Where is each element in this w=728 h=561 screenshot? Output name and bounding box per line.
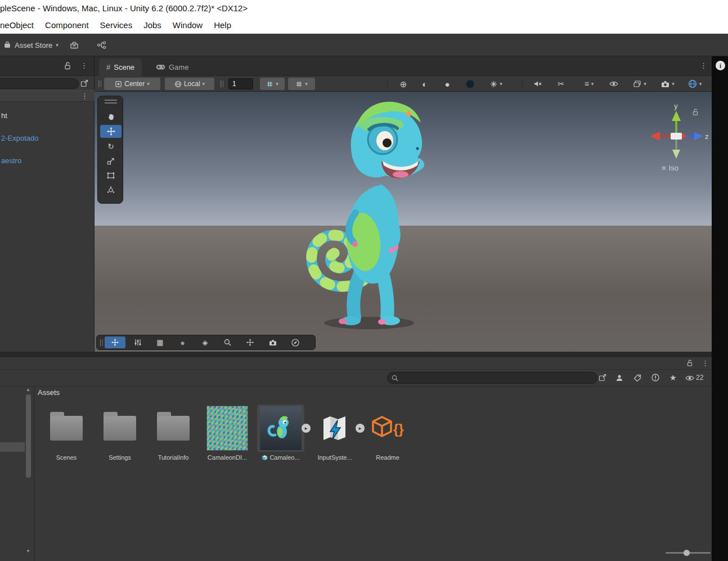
hand-tool-button[interactable] — [100, 110, 122, 123]
model-thumbnail — [260, 406, 302, 450]
orientation-label: Local — [184, 80, 200, 88]
shaded-mode-toggle[interactable]: ◐ — [416, 78, 433, 90]
rotate-icon: ↻ — [107, 142, 114, 151]
audio-mute-toggle[interactable] — [529, 78, 546, 90]
tab-game[interactable]: Game — [149, 59, 196, 76]
tools-overlay-handle[interactable] — [105, 100, 117, 104]
hierarchy-item-light[interactable]: ht — [0, 111, 95, 121]
project-lock-icon[interactable] — [686, 360, 693, 367]
hierarchy-pick-icon[interactable] — [80, 79, 88, 87]
scene-header-kebab[interactable]: ⋮ — [81, 92, 88, 100]
scroll-up-arrow[interactable]: ▲ — [26, 388, 30, 392]
asset-item-scenes[interactable]: Scenes — [41, 405, 92, 461]
grid-size-input[interactable] — [228, 78, 253, 89]
overlay-search-button[interactable] — [217, 336, 238, 348]
menu-services[interactable]: Services — [95, 20, 138, 30]
orientation-dropdown[interactable]: Local ▾ — [165, 78, 214, 90]
search-by-label-icon[interactable] — [633, 374, 641, 382]
hierarchy-item-maestro[interactable]: aestro — [0, 156, 95, 166]
menu-window[interactable]: Window — [167, 20, 208, 30]
overlay-sphere-button[interactable]: ● — [172, 336, 193, 348]
panel-splitter[interactable] — [0, 352, 712, 357]
hierarchy-menu-kebab[interactable]: ⋮ — [80, 61, 88, 70]
project-search-input[interactable] — [387, 372, 597, 384]
tab-scene[interactable]: # Scene — [99, 59, 142, 76]
menu-gameobject[interactable]: neObject — [0, 20, 39, 30]
asset-item-tutorialinfo[interactable]: TutorialInfo — [147, 405, 199, 461]
transform-tool-button[interactable] — [100, 183, 122, 196]
lighting-toggle[interactable] — [461, 78, 478, 90]
hierarchy-search-input[interactable] — [0, 78, 79, 89]
bottom-toolbar-handle[interactable] — [100, 339, 103, 346]
gizmo-cut-toggle[interactable]: ✂ — [552, 78, 569, 90]
asset-item-inputsystem[interactable]: ▸ InputSyste... — [309, 405, 361, 461]
overlays-dropdown[interactable]: ▾ — [628, 78, 651, 90]
favorites-star-icon[interactable]: ★ — [669, 373, 677, 382]
overlay-handle-2[interactable] — [221, 80, 223, 87]
overlay-sliders-button[interactable] — [127, 336, 148, 348]
2d-mode-toggle[interactable]: ● — [439, 78, 456, 90]
effects-dropdown[interactable]: ▾ — [484, 78, 509, 90]
selected-folder-row[interactable] — [0, 442, 25, 452]
overlay-grid-button[interactable]: ▦ — [150, 336, 170, 348]
search-by-type-icon[interactable] — [615, 374, 623, 382]
hatch-icon: ▦ — [156, 338, 163, 347]
open-in-search-icon[interactable] — [599, 374, 606, 382]
gizmo-lock-icon[interactable] — [692, 109, 699, 116]
thumbnail-size-slider[interactable] — [666, 552, 711, 554]
scene-visibility-toggle[interactable] — [605, 78, 622, 90]
asset-item-texture[interactable]: CamaleonDI... — [201, 405, 253, 461]
game-tab-label: Game — [169, 63, 188, 71]
hierarchy-item-expotado[interactable]: 2-Expotado — [0, 133, 95, 143]
asset-item-settings[interactable]: Settings — [94, 405, 146, 461]
overlay-move-button[interactable] — [105, 336, 125, 348]
overlay-camera-button[interactable] — [262, 336, 283, 348]
dark-sphere-icon: ● — [180, 338, 185, 347]
search-icon — [392, 375, 398, 382]
orientation-gizmo[interactable]: y z — [642, 102, 710, 165]
scene-tab-icon: # — [106, 63, 110, 71]
asset-store-label[interactable]: Asset Store — [15, 41, 52, 50]
asset-item-model[interactable]: ▸ Camaleo... — [255, 405, 307, 461]
move-tool-button[interactable] — [100, 125, 122, 138]
projection-mode[interactable]: ≡ Iso — [662, 164, 678, 172]
project-menu-kebab[interactable]: ⋮ — [702, 359, 709, 367]
hierarchy-scene-header-row[interactable]: ⋮ — [0, 90, 95, 102]
stack-icon — [633, 80, 641, 88]
scene-viewport[interactable]: ↻ y z — [95, 92, 712, 352]
overlay-handle[interactable] — [98, 80, 101, 87]
menu-component[interactable]: Component — [39, 20, 95, 30]
asset-item-readme[interactable]: {} Readme — [362, 405, 414, 461]
grid-visibility-dropdown[interactable]: ▾ — [288, 78, 315, 90]
hidden-count-eye-icon[interactable] — [685, 375, 694, 382]
scale-tool-button[interactable] — [100, 154, 122, 167]
scene-panel-kebab[interactable]: ⋮ — [700, 61, 707, 70]
asset-store-caret[interactable]: ▾ — [56, 43, 59, 48]
scene-view-options-dropdown[interactable]: ▾ — [682, 78, 708, 90]
overlay-layers-button[interactable]: ◈ — [195, 336, 215, 348]
thumbnail-size-slider-thumb[interactable] — [684, 550, 690, 556]
chameleon-model[interactable] — [297, 95, 438, 336]
eye-icon — [609, 80, 618, 87]
snap-increment-dropdown[interactable]: ▾ — [260, 78, 285, 90]
version-control-icon[interactable] — [97, 41, 106, 49]
info-icon[interactable]: i — [716, 61, 725, 70]
archive-icon[interactable] — [70, 41, 79, 49]
overlay-transform-button[interactable] — [240, 336, 260, 348]
render-doc-toggle[interactable]: ⊕ — [395, 78, 412, 90]
rotate-tool-button[interactable]: ↻ — [100, 140, 122, 152]
camera-settings-dropdown[interactable]: ▾ — [656, 78, 680, 90]
scroll-down-arrow[interactable]: ▼ — [26, 549, 30, 554]
project-body: ▲ ▼ Assets Scenes Settings TutorialI — [0, 387, 712, 561]
menu-help[interactable]: Help — [208, 20, 237, 30]
folders-scrollbar-thumb[interactable] — [26, 394, 31, 478]
move-icon — [107, 127, 115, 136]
assets-breadcrumb[interactable]: Assets — [38, 388, 60, 397]
pivot-mode-dropdown[interactable]: Center ▾ — [104, 78, 160, 90]
overlay-compass-button[interactable] — [285, 336, 305, 348]
menu-jobs[interactable]: Jobs — [138, 20, 167, 30]
layers-dropdown[interactable]: ≡ ▾ — [577, 78, 601, 90]
import-log-icon[interactable] — [651, 374, 659, 382]
hierarchy-lock-icon[interactable] — [64, 62, 71, 70]
rect-tool-button[interactable] — [100, 169, 122, 182]
